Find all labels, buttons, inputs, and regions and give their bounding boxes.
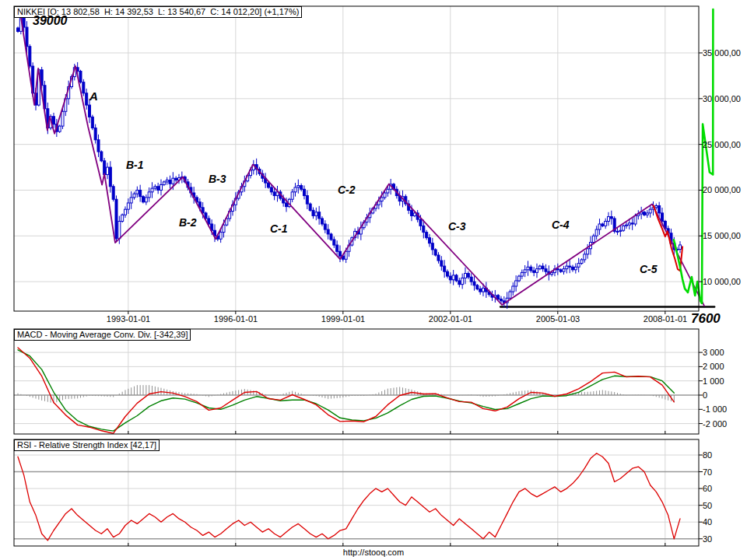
candle-body [219,233,222,240]
candle-body [136,190,139,194]
annotation-wave-c2: C-2 [338,184,356,195]
candle-body [381,198,383,201]
candle-body [163,182,165,185]
candle-body [124,209,126,215]
candle-body [538,266,541,269]
candle-body [473,282,475,285]
candle-body [118,221,121,238]
candle-body [109,167,111,187]
candle-body [324,224,326,229]
candle-body [592,236,594,242]
candle-body [574,267,577,270]
annotation-wave-c5: C-5 [640,264,658,275]
rsi-ytick-label: 70 [703,467,712,477]
candle-body [437,255,440,261]
rsi-ytick-label: 40 [703,517,712,527]
candle-body [605,221,607,226]
candle-body [571,267,573,270]
annotation-wave-b3: B-3 [209,173,226,184]
candle-body [545,269,547,272]
date-tick-label: 2005-01-03 [525,314,591,324]
candle-body [172,178,174,184]
candle-body [458,281,461,285]
candle-body [619,230,622,231]
candle-body [88,105,90,117]
macd-ytick-label: -1 000 [703,404,727,414]
date-tick-label: 2002-01-01 [418,314,483,324]
candle-body [584,254,586,260]
candle-body [431,243,433,250]
candle-body [610,217,612,219]
candle-body [587,249,589,254]
candle-body [646,213,648,215]
candle-body [273,192,275,196]
price-panel-border [14,6,699,311]
candle-body [29,47,31,66]
candle-body [521,272,523,276]
date-tick-label: 1999-01-01 [310,314,376,324]
candle-body [130,198,132,203]
date-tick-label: 1996-01-01 [203,314,268,324]
candle-body [160,184,162,190]
candle-body [625,225,627,226]
candle-body [631,223,633,224]
candle-body [410,210,412,215]
annotation-wave-c4: C-4 [552,219,570,230]
candle-body [330,234,332,240]
candle-body [569,266,571,267]
candle-body [517,276,520,281]
date-tick-label: 2008-01-01 [633,314,698,324]
candle-body [643,212,645,215]
candle-body [598,224,601,229]
candle-body [321,219,323,224]
candle-body [297,186,300,187]
candle-body [121,215,124,221]
candle-body [17,28,19,31]
rsi-panel-title: RSI - Relative Strength Index [42,17] [14,439,160,451]
candle-body [533,271,535,272]
macd-ytick-label: 1 000 [703,376,724,386]
candle-body [515,281,517,286]
candle-body [154,187,156,188]
candle-body [512,286,514,292]
candle-body [649,209,651,213]
rsi-ytick-label: 60 [703,484,712,493]
candle-body [151,188,153,192]
candle-body [628,223,630,225]
candle-body [100,152,103,161]
candle-body [112,187,114,199]
candle-body [106,167,108,174]
candle-body [449,276,451,280]
candle-body [655,205,658,207]
candle-body [103,161,106,175]
candle-body [133,194,135,198]
candle-body [500,299,502,300]
annotation-39000: 39000 [33,15,68,27]
rsi-ytick-label: 80 [703,450,712,460]
candle-body [467,274,469,278]
candle-body [476,285,479,289]
candle-body [166,180,168,182]
candle-body [23,17,25,28]
rsi-ytick-label: 30 [703,534,712,544]
candle-body [91,117,93,128]
macd-panel-border [14,329,699,434]
candle-body [79,72,82,82]
candle-body [139,190,142,196]
candle-body [455,275,458,281]
candle-body [285,203,287,207]
candle-body [524,270,526,273]
candle-body [446,271,448,276]
candle-body [270,187,272,192]
candle-body [622,226,625,230]
candle-body [94,128,96,139]
candle-body [428,238,430,243]
price-ytick-label: 15 000,00 [703,231,741,240]
candle-body [527,267,529,270]
candle-body [535,269,538,273]
candle-body [661,213,663,222]
macd-ytick-label: 2 000 [703,362,724,371]
candle-body [616,231,619,232]
candle-body [461,278,464,284]
candle-body [566,266,568,269]
